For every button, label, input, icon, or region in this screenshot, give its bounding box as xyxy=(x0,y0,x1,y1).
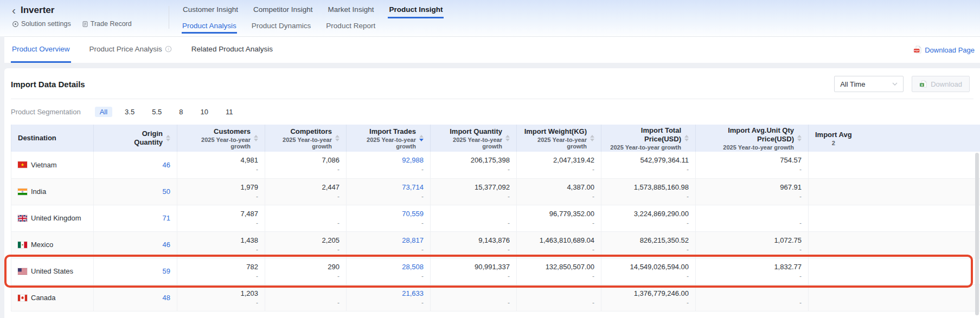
sort-icons[interactable] xyxy=(797,135,802,141)
sort-asc-icon[interactable] xyxy=(590,135,594,138)
sort-desc-icon[interactable] xyxy=(590,139,594,141)
sort-icons[interactable] xyxy=(166,135,170,141)
vertical-scrollbar[interactable] xyxy=(975,153,979,315)
data-cell: - xyxy=(696,205,809,231)
sort-asc-icon[interactable] xyxy=(684,135,689,138)
cell-value xyxy=(437,209,510,218)
sort-desc-icon[interactable] xyxy=(335,139,340,141)
column-subtitle: 2025 Year-to-year growth xyxy=(437,137,502,150)
panel-controls: All Time X Download xyxy=(834,76,973,92)
data-cell: 21,633- xyxy=(347,284,431,311)
sort-icons[interactable] xyxy=(335,135,340,141)
import-trades-link[interactable]: 70,559 xyxy=(353,209,424,218)
solution-settings-button[interactable]: Solution settings xyxy=(12,20,71,28)
column-header-import-weight-kg[interactable]: Import Weight(KG)2025 Year-to-year growt… xyxy=(517,125,601,152)
tab-related-product-analysis[interactable]: Related Product Analysis xyxy=(190,37,274,63)
origin-quantity-cell: 59 xyxy=(94,258,177,284)
import-trades-link[interactable]: 28,817 xyxy=(353,236,424,245)
sort-icons[interactable] xyxy=(684,135,689,141)
segmentation-option-10[interactable]: 10 xyxy=(195,107,213,117)
segmentation-option-11[interactable]: 11 xyxy=(221,107,238,117)
cell-value: 1,438 xyxy=(184,236,258,245)
data-cell: 7,086- xyxy=(265,152,347,178)
import-trades-link[interactable]: 73,714 xyxy=(353,183,424,192)
import-trades-link[interactable]: 21,633 xyxy=(353,289,424,298)
cell-value: 7,086 xyxy=(272,155,340,165)
column-header-import-avg-unit-qty-price-usd[interactable]: Import Avg.Unit Qty Price(USD)2025 Year-… xyxy=(696,125,809,152)
back-icon[interactable]: ‹ xyxy=(12,5,16,15)
sort-desc-icon[interactable] xyxy=(166,139,170,141)
cell-value: 826,215,350.52 xyxy=(608,236,689,245)
sort-asc-icon[interactable] xyxy=(505,135,510,138)
origin-quantity-link[interactable]: 71 xyxy=(100,213,170,223)
column-header-customers[interactable]: Customers2025 Year-to-year growth xyxy=(177,125,265,152)
cell-growth: - xyxy=(353,192,424,201)
column-header-import-total-price-usd[interactable]: Import Total Price(USD)2025 Year-to-year… xyxy=(601,125,696,152)
sort-icons[interactable] xyxy=(254,135,258,141)
origin-quantity-link[interactable]: 46 xyxy=(100,160,170,170)
origin-quantity-link[interactable]: 46 xyxy=(100,240,170,249)
segmentation-option-8[interactable]: 8 xyxy=(174,107,188,117)
sort-desc-icon[interactable] xyxy=(419,139,424,141)
tab-market-insight[interactable]: Market Insight xyxy=(327,0,375,18)
data-cell: 1,979- xyxy=(177,178,265,205)
sort-icons[interactable] xyxy=(505,135,510,141)
data-cell: 70,559- xyxy=(347,205,431,231)
data-cell: 28,508- xyxy=(347,258,431,284)
segmentation-option-5-5[interactable]: 5.5 xyxy=(147,107,166,117)
cell-growth: - xyxy=(184,298,258,307)
sort-desc-icon[interactable] xyxy=(797,139,802,141)
table-row-united-states: United States59782-290-28,508-90,991,337… xyxy=(11,258,980,284)
origin-quantity-link[interactable]: 50 xyxy=(100,187,170,196)
cell-growth: - xyxy=(608,165,689,174)
column-header-import-trades[interactable]: Import Trades2025 Year-to-year growth xyxy=(347,125,431,152)
origin-quantity-link[interactable]: 48 xyxy=(100,293,170,302)
download-page-link[interactable]: PDF Download Page xyxy=(913,37,975,63)
import-trades-link[interactable]: 92,988 xyxy=(353,155,424,165)
sort-icons[interactable] xyxy=(419,135,424,141)
data-cell: 28,817- xyxy=(347,231,431,258)
cell-growth: - xyxy=(272,165,340,174)
cell-growth xyxy=(815,272,980,281)
column-header-origin-quantity[interactable]: OriginQuantity xyxy=(94,125,177,152)
sort-desc-icon[interactable] xyxy=(505,139,510,141)
tab-customer-insight[interactable]: Customer Insight xyxy=(182,0,239,18)
tab-product-report[interactable]: Product Report xyxy=(325,21,376,34)
trade-record-label: Trade Record xyxy=(91,20,132,28)
tab-product-analysis[interactable]: Product Analysis xyxy=(182,21,237,34)
sort-desc-icon[interactable] xyxy=(254,139,258,141)
cell-value: 290 xyxy=(272,262,340,271)
download-button[interactable]: X Download xyxy=(912,76,970,92)
sort-asc-icon[interactable] xyxy=(166,135,170,138)
import-trades-link[interactable]: 28,508 xyxy=(353,262,424,271)
tab-product-price-analysis[interactable]: Product Price Analysisi xyxy=(88,37,173,63)
data-cell: 1,573,885,160.98- xyxy=(601,178,696,205)
time-filter-select[interactable]: All Time xyxy=(834,76,904,92)
country-name: Vietnam xyxy=(31,161,56,169)
destination-cell: United Kingdom xyxy=(11,205,94,231)
origin-quantity-link[interactable]: 59 xyxy=(100,267,170,276)
tab-product-overview[interactable]: Product Overview xyxy=(11,37,71,63)
column-header-import-quantity[interactable]: Import Quantity2025 Year-to-year growth xyxy=(431,125,517,152)
data-cell: 542,979,364.11- xyxy=(601,152,696,178)
sort-asc-icon[interactable] xyxy=(335,135,340,138)
trade-record-button[interactable]: Trade Record xyxy=(82,20,132,28)
cell-value: 2,205 xyxy=(272,236,340,245)
country-name: Mexico xyxy=(31,241,53,249)
column-header-competitors[interactable]: Competitors2025 Year-to-year growth xyxy=(265,125,347,152)
sort-icons[interactable] xyxy=(590,135,594,141)
tab-product-insight[interactable]: Product Insight xyxy=(388,0,444,18)
sort-asc-icon[interactable] xyxy=(797,135,802,138)
svg-text:X: X xyxy=(921,83,923,86)
download-page-label: Download Page xyxy=(925,46,975,54)
tab-product-dynamics[interactable]: Product Dynamics xyxy=(251,21,312,34)
segmentation-option-all[interactable]: All xyxy=(95,107,112,117)
segmentation-option-3-5[interactable]: 3.5 xyxy=(120,107,139,117)
destination-cell: India xyxy=(11,178,94,205)
sort-desc-icon[interactable] xyxy=(684,139,689,141)
section-tabs: Product OverviewProduct Price AnalysisiR… xyxy=(11,37,291,63)
sort-asc-icon[interactable] xyxy=(419,135,424,138)
cell-growth: - xyxy=(437,192,510,201)
tab-competitor-insight[interactable]: Competitor Insight xyxy=(252,0,314,18)
sort-asc-icon[interactable] xyxy=(254,135,258,138)
